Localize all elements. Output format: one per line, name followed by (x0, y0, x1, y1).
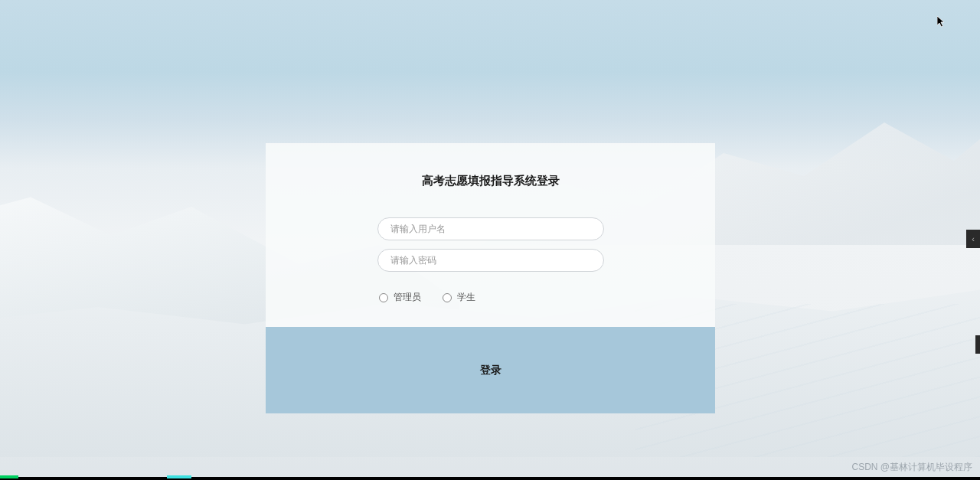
video-progress-buffered (167, 475, 191, 478)
login-button[interactable]: 登录 (266, 327, 715, 413)
login-card: 高考志愿填报指导系统登录 管理员 学生 登录 (266, 143, 715, 413)
side-collapse-tab[interactable]: ‹ (966, 230, 980, 248)
radio-icon (443, 293, 452, 302)
password-input[interactable] (377, 249, 604, 272)
login-title: 高考志愿填报指导系统登录 (422, 174, 560, 188)
video-progress-played (0, 475, 18, 478)
login-form-area: 高考志愿填报指导系统登录 管理员 学生 (266, 143, 715, 327)
role-label-admin: 管理员 (394, 291, 421, 304)
watermark-text: CSDN @基林计算机毕设程序 (851, 461, 972, 474)
chevron-left-icon: ‹ (972, 234, 975, 243)
radio-icon (379, 293, 388, 302)
role-radio-student[interactable]: 学生 (443, 291, 475, 304)
role-radio-group: 管理员 学生 (377, 291, 604, 304)
username-input[interactable] (377, 217, 604, 240)
side-tab-secondary[interactable] (975, 335, 980, 354)
video-progress-track[interactable] (0, 477, 980, 480)
role-radio-admin[interactable]: 管理员 (379, 291, 421, 304)
login-button-label: 登录 (480, 364, 501, 377)
role-label-student: 学生 (457, 291, 475, 304)
